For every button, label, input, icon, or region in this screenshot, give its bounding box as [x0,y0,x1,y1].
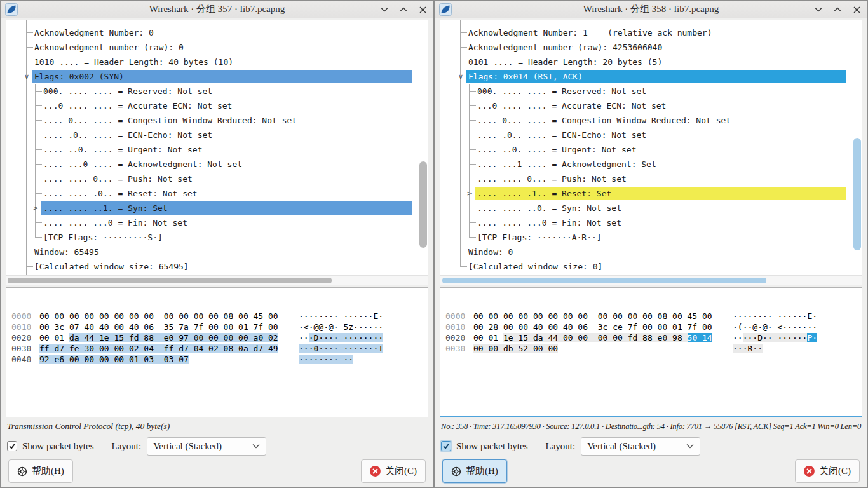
tree-row-label: .... 0... .... = Congestion Window Reduc… [43,116,297,125]
tree-row[interactable]: ∨Flags: 0x014 (RST, ACK) [440,69,853,84]
check-icon [8,442,16,450]
tree-row[interactable]: .... ..0. .... = Urgent: Not set [6,142,419,157]
hex-row[interactable]: 001000 3c 07 40 40 00 40 06 35 7a 7f 00 … [11,322,428,332]
tree-row[interactable]: Window: 0 [440,245,853,259]
hex-bytes: 00 01 da 44 1e 15 fd 88 e0 97 00 00 00 0… [39,332,281,343]
layout-select[interactable]: Vertical (Stacked) [581,437,700,456]
close-button[interactable]: 关闭(C) [361,459,426,483]
tree-row[interactable]: .... ..0. .... = Urgent: Not set [440,142,853,157]
tree-row[interactable]: Window: 65495 [6,245,419,259]
expander-closed-icon[interactable]: > [31,201,40,215]
tree-row[interactable]: 1010 .... = Header Length: 40 bytes (10) [6,55,419,69]
tree-row[interactable]: .... .... .0.. = Reset: Not set [6,186,419,201]
tree-row[interactable]: 0101 .... = Header Length: 20 bytes (5) [440,55,853,69]
hex-byte-segment: da 44 1e 15 fd 88 e0 97 00 00 00 00 a0 0… [69,333,278,342]
tree-row-label: .... 0... .... = Congestion Window Reduc… [477,116,731,125]
status-line: Transmission Control Protocol (tcp), 40 … [7,421,430,431]
tree-hscroll-track[interactable] [440,275,862,285]
titlebar[interactable]: Wireshark · 分组 358 · lib7.pcapng [435,1,867,18]
tree-vertical-scrollbar[interactable] [419,161,427,248]
expander-open-icon[interactable]: ∨ [22,69,31,84]
show-packet-bytes-checkbox[interactable] [7,441,17,451]
hex-row[interactable]: 003000 00 db 52 00 00···R·· [445,343,862,354]
life-ring-icon [451,466,461,477]
tree-row[interactable]: [Calculated window size: 0] [440,259,853,274]
tree-vertical-scrollbar[interactable] [853,138,861,250]
help-button[interactable]: 帮助(H) [442,459,507,483]
hex-row[interactable]: 002000 01 1e 15 da 44 00 00 00 00 fd 88 … [445,332,862,343]
tree-row[interactable]: [TCP Flags: ·········S·] [6,230,419,245]
hex-row[interactable]: 002000 01 da 44 1e 15 fd 88 e0 97 00 00 … [11,332,428,343]
tree-row[interactable]: .... .... ...0 = Fin: Not set [6,215,419,230]
tree-row[interactable]: 000. .... .... = Reserved: Not set [440,84,853,98]
tree-row[interactable]: .... ...1 .... = Acknowledgment: Set [440,157,853,172]
help-button[interactable]: 帮助(H) [8,459,73,483]
tree-tick [469,164,476,165]
hex-row[interactable]: 000000 00 00 00 00 00 00 00 00 00 00 00 … [11,311,428,322]
minimize-chevron-down-icon[interactable] [380,5,389,14]
tree-row[interactable]: .... .... ..0. = Syn: Not set [440,201,853,215]
layout-select[interactable]: Vertical (Stacked) [147,437,266,456]
hex-row[interactable]: 0030ff d7 fe 30 00 00 02 04 ff d7 04 02 … [11,343,428,354]
tree-row[interactable]: .... 0... .... = Congestion Window Reduc… [440,113,853,128]
tree-horizontal-scrollbar[interactable] [8,278,332,283]
tree-row[interactable]: [TCP Flags: ·······A·R··] [440,230,853,245]
tree-row[interactable]: Acknowledgment number (raw): 0 [6,40,419,55]
tree-row[interactable]: ...0 .... .... = Accurate ECN: Not set [6,98,419,113]
ascii-bytes: ········ ······E· [733,311,817,321]
expander-closed-icon[interactable]: > [465,186,474,201]
hex-row[interactable]: 004092 e6 00 00 00 00 01 03 03 07·······… [11,354,428,365]
maximize-chevron-up-icon[interactable] [399,5,408,14]
tree-horizontal-scrollbar[interactable] [442,278,766,283]
tree-row[interactable]: ∨Flags: 0x002 (SYN) [6,69,419,84]
tree-hscroll-track[interactable] [6,275,428,285]
tree-row[interactable]: .... 0... .... = Congestion Window Reduc… [6,113,419,128]
close-x-icon[interactable] [418,5,427,14]
tree-row[interactable]: .... ...0 .... = Acknowledgment: Not set [6,157,419,172]
minimize-chevron-down-icon[interactable] [814,5,823,14]
tree-row[interactable]: .... .... ...0 = Fin: Not set [440,215,853,230]
tree-row[interactable]: >.... .... .1.. = Reset: Set [440,186,853,201]
tree-row[interactable]: ...0 .... .... = Accurate ECN: Not set [440,98,853,113]
expander-open-icon[interactable]: ∨ [456,69,465,84]
show-packet-bytes-checkbox[interactable] [441,441,451,451]
tree-row[interactable]: Acknowledgment number (raw): 4253606040 [440,40,853,55]
tree-tick [35,149,42,150]
maximize-chevron-up-icon[interactable] [833,5,842,14]
tree-row[interactable]: Acknowledgment Number: 0 [6,25,419,40]
tree-row[interactable]: .... .... 0... = Push: Not set [6,172,419,186]
tree-row-label: 000. .... .... = Reserved: Not set [43,86,212,96]
hex-row[interactable]: 000000 00 00 00 00 00 00 00 00 00 00 00 … [445,311,862,322]
tree-tick [469,120,476,121]
tree-row[interactable]: [Calculated window size: 65495] [6,259,419,274]
close-x-icon[interactable] [852,5,861,14]
tree-row[interactable]: >.... .... ..1. = Syn: Set [6,201,419,215]
titlebar[interactable]: Wireshark · 分组 357 · lib7.pcapng [1,1,433,18]
hex-offset: 0030 [11,343,39,354]
tree-tick [35,179,42,179]
hex-offset: 0000 [445,311,473,322]
tree-tick [460,47,467,48]
close-button[interactable]: 关闭(C) [795,459,860,483]
tree-row-label: .... .... .0.. = Reset: Not set [43,189,198,198]
tree-tick [469,237,476,238]
ascii-segment: ········ ·· [299,355,353,364]
tree-tick [26,32,33,33]
tree-tick [460,62,467,62]
tree-tick [26,252,33,252]
tree-row[interactable]: .... .... 0... = Push: Not set [440,172,853,186]
packet-bytes-hex-view[interactable]: 000000 00 00 00 00 00 00 00 00 00 00 00 … [6,287,428,417]
hex-offset: 0020 [445,332,473,343]
tree-row[interactable]: 000. .... .... = Reserved: Not set [6,84,419,98]
packet-bytes-hex-view[interactable]: 000000 00 00 00 00 00 00 00 00 00 00 00 … [440,287,862,417]
tree-row-label: .... ...1 .... = Acknowledgment: Set [477,159,656,169]
ascii-bytes: ···0···· ·······I [299,344,383,353]
tree-row[interactable]: Acknowledgment Number: 1 (relative ack n… [440,25,853,40]
tree-row[interactable]: .... .0.. .... = ECN-Echo: Not set [6,128,419,142]
ascii-bytes: ·<·@@·@· 5z······ [299,322,383,332]
layout-selected-value: Vertical (Stacked) [587,441,686,452]
tree-tick [26,266,33,267]
hex-row[interactable]: 001000 28 00 00 40 00 40 06 3c ce 7f 00 … [445,322,862,332]
tree-row[interactable]: .... .0.. .... = ECN-Echo: Not set [440,128,853,142]
hex-byte-segment: 00 00 db 52 00 00 [473,344,558,353]
